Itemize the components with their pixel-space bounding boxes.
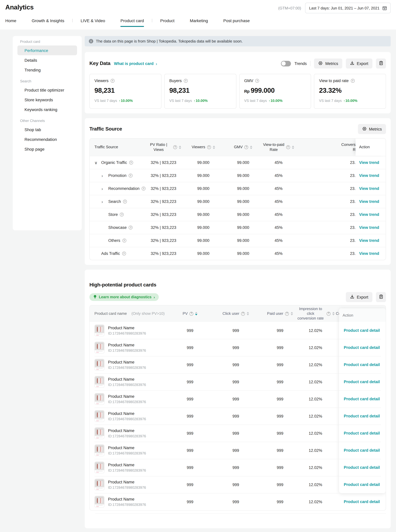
nav-tab[interactable]: Product card xyxy=(121,18,144,27)
col-view-to-paid-rate[interactable]: View-to-paidRate ? xyxy=(261,142,296,152)
view-trend-link[interactable]: View trend xyxy=(359,225,379,230)
diagnostics-pill[interactable]: Learn more about diagnostics › xyxy=(89,293,159,301)
help-icon[interactable]: ? xyxy=(129,226,133,230)
view-trend-link[interactable]: View trend xyxy=(359,199,379,204)
product-card-detail-link[interactable]: Product card detail xyxy=(344,500,380,504)
view-trend-link[interactable]: View trend xyxy=(359,186,379,191)
col-gmv[interactable]: GMV ? xyxy=(225,145,261,150)
help-icon[interactable]: ? xyxy=(173,145,177,149)
help-icon[interactable]: ? xyxy=(142,187,146,190)
arrow-up-icon: ↑ xyxy=(119,99,120,102)
product-card-detail-link[interactable]: Product card detail xyxy=(344,414,380,418)
sort-icon[interactable] xyxy=(291,312,293,315)
view-trend-link[interactable]: View trend xyxy=(359,251,379,256)
col-pv-ratio-views[interactable]: PV Ratio | Views ? xyxy=(146,142,181,152)
view-trend-link[interactable]: View trend xyxy=(359,238,379,243)
metrics-button[interactable]: Metrics xyxy=(314,59,342,69)
nav-tab[interactable]: Post purchase xyxy=(223,18,250,27)
paid-user-value: 999 xyxy=(264,414,296,418)
product-card-detail-link[interactable]: Product card detail xyxy=(344,431,380,435)
col-action: Action xyxy=(339,308,386,322)
sidebar-item-shop-tab[interactable]: Shop tab xyxy=(17,125,77,134)
product-name: Product Name xyxy=(108,325,146,330)
nav-tab[interactable]: Product xyxy=(160,18,175,27)
help-icon[interactable]: ? xyxy=(207,145,211,149)
what-is-product-card-link[interactable]: What is product card › xyxy=(114,61,157,66)
gmv-value: 99.000 xyxy=(225,225,261,230)
nav-tab[interactable]: Home xyxy=(5,18,16,27)
date-range-picker[interactable]: Last 7 days: Jun 01, 2021 – Jun 07, 2021 xyxy=(305,3,391,13)
nav-tab[interactable]: Growth & Insights xyxy=(32,18,64,27)
col-impression-to-click[interactable]: Impression to clickconversion rate ? xyxy=(296,306,335,321)
traffic-metrics-button[interactable]: Metrics xyxy=(358,124,386,134)
product-card-detail-link[interactable]: Product card detail xyxy=(344,380,380,384)
gmv-value: 99.000 xyxy=(225,160,261,165)
product-card-detail-link[interactable]: Product card detail xyxy=(344,345,380,350)
sidebar-item-product-title-optimizer[interactable]: Product title optimizer xyxy=(17,85,77,95)
product-card-detail-link[interactable]: Product card detail xyxy=(344,482,380,487)
help-icon[interactable]: ? xyxy=(128,174,132,177)
sidebar-item-keywords-ranking[interactable]: Keywords ranking xyxy=(17,105,77,114)
sidebar-item-shop-page[interactable]: Shop page xyxy=(17,144,77,154)
export-button[interactable]: Export xyxy=(346,59,373,69)
col-click-user[interactable]: Click user ? xyxy=(208,311,264,316)
sort-icon[interactable] xyxy=(332,312,335,315)
hp-copy-report-button[interactable] xyxy=(376,292,386,302)
traffic-source-name: Store xyxy=(108,212,118,217)
view-trend-link[interactable]: View trend xyxy=(359,173,379,178)
help-icon[interactable]: ? xyxy=(111,79,115,83)
col-pv[interactable]: PV ? xyxy=(172,311,208,316)
help-icon[interactable]: ? xyxy=(351,79,355,83)
expand-chevron-icon[interactable]: › xyxy=(101,173,108,178)
product-card-detail-link[interactable]: Product card detail xyxy=(344,328,380,333)
sort-icon-active[interactable] xyxy=(195,312,198,315)
help-icon[interactable]: ? xyxy=(255,79,259,83)
help-icon[interactable]: ? xyxy=(122,252,126,255)
stat-card: GMV ? Rp 999.000 VS last 7 days ↑10.00% xyxy=(239,74,311,109)
product-id: ID:17284678980283976 xyxy=(108,468,146,473)
help-icon[interactable]: ? xyxy=(241,312,245,316)
product-card-detail-link[interactable]: Product card detail xyxy=(344,448,380,453)
help-icon[interactable]: ? xyxy=(120,213,124,216)
product-card-detail-link[interactable]: Product card detail xyxy=(344,397,380,401)
col-viewers[interactable]: Viewers ? xyxy=(181,145,225,150)
expand-chevron-icon[interactable]: › xyxy=(101,199,108,204)
sidebar-item-store-keywords[interactable]: Store keywords xyxy=(17,95,77,105)
product-card-detail-link[interactable]: Product card detail xyxy=(344,362,380,367)
view-trend-link[interactable]: View trend xyxy=(359,160,379,165)
sort-icon[interactable] xyxy=(250,145,252,149)
product-name: Product Name xyxy=(108,479,146,484)
help-icon[interactable]: ? xyxy=(129,161,133,165)
hp-export-button[interactable]: Export xyxy=(346,292,373,302)
sort-icon[interactable] xyxy=(292,145,294,149)
paid-user-value: 999 xyxy=(264,380,296,384)
copy-report-button[interactable] xyxy=(376,59,386,69)
help-icon[interactable]: ? xyxy=(184,79,188,83)
help-icon[interactable]: ? xyxy=(245,145,248,149)
trends-toggle[interactable] xyxy=(281,61,291,66)
product-card-detail-link[interactable]: Product card detail xyxy=(344,465,380,470)
sort-icon[interactable] xyxy=(247,312,249,315)
view-trend-link[interactable]: View trend xyxy=(359,212,379,217)
sidebar-item-performance[interactable]: Performance xyxy=(17,46,77,55)
sidebar-section-label: Product card xyxy=(17,39,77,45)
help-icon[interactable]: ? xyxy=(123,200,127,203)
nav-tab[interactable]: LIVE & Video xyxy=(81,18,105,27)
help-icon[interactable]: ? xyxy=(286,145,290,149)
col-paid-user[interactable]: Paid user ? xyxy=(264,311,296,316)
expand-chevron-icon[interactable]: › xyxy=(101,186,108,191)
traffic-source-section: Traffic Source Metrics Traffic Source PV… xyxy=(85,118,391,265)
stat-value: 999.000 xyxy=(251,87,274,95)
nav-tab[interactable]: Marketing xyxy=(190,18,208,27)
sidebar-item-trending[interactable]: Trending xyxy=(17,65,77,75)
expand-chevron-icon[interactable]: ∨ xyxy=(94,160,101,165)
sidebar-item-recommendation[interactable]: Recommendation xyxy=(17,134,77,144)
paid-user-value: 999 xyxy=(264,397,296,401)
help-icon[interactable]: ? xyxy=(327,312,331,316)
sidebar-item-details[interactable]: Details xyxy=(17,55,77,65)
sort-icon[interactable] xyxy=(179,145,181,149)
help-icon[interactable]: ? xyxy=(122,239,126,242)
help-icon[interactable]: ? xyxy=(189,312,193,316)
sort-icon[interactable] xyxy=(213,145,215,149)
help-icon[interactable]: ? xyxy=(285,312,289,316)
